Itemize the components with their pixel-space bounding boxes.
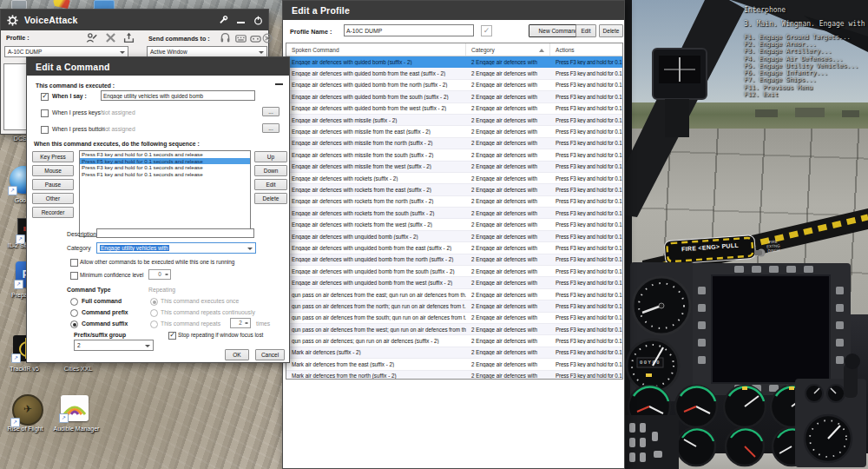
desktop-icon-label: Cities XXL	[54, 366, 102, 373]
desktop-icon-audible-manager[interactable]: ↗	[61, 395, 89, 421]
stop-repeating-checkbox[interactable]: ✓	[168, 332, 176, 340]
voiceattack-logo-icon	[7, 15, 18, 26]
assign-keys-button[interactable]: ...	[262, 107, 279, 116]
command-suffix-radio[interactable]	[70, 320, 78, 328]
when-i-say-input[interactable]	[101, 90, 255, 101]
column-header-actions[interactable]: Actions	[550, 43, 622, 56]
command-prefix-radio[interactable]	[70, 309, 78, 317]
keyboard-icon[interactable]	[235, 33, 247, 43]
table-row[interactable]: Engage air defences with unguided bomb (…	[286, 231, 622, 242]
table-row[interactable]: gun pass on air defences; gun run on air…	[286, 335, 622, 347]
other-button[interactable]: Other	[32, 193, 74, 204]
table-row[interactable]: Engage air defences with guided bomb fro…	[286, 103, 622, 115]
table-row[interactable]: Engage air defences with guided bomb fro…	[286, 91, 622, 102]
stop-listening-icon[interactable]	[262, 33, 273, 43]
table-row[interactable]: gun pass on air defences from the west; …	[286, 324, 622, 335]
edit-profile-icon[interactable]	[86, 32, 97, 43]
table-row[interactable]: Engage air defences with missile from th…	[286, 126, 622, 137]
repeats-continuously-radio[interactable]	[150, 309, 158, 317]
headset-icon[interactable]	[220, 32, 231, 43]
mouse-button[interactable]: Mouse	[32, 165, 74, 176]
table-row[interactable]: Engage air defences with missile from th…	[286, 162, 622, 173]
full-command-radio[interactable]	[70, 298, 78, 306]
cell-spoken-command: Mark air defences (suffix - 2)	[286, 349, 466, 355]
when-press-keys-checkbox[interactable]	[41, 109, 49, 117]
cell-actions: Press F3 key and hold for 0.1 ...	[550, 234, 622, 240]
table-row[interactable]: Mark air defences from the north (suffix…	[286, 371, 622, 380]
cell-spoken-command: Engage air defences with guided bomb fro…	[286, 94, 466, 100]
table-row[interactable]: Engage air defences with missile (suffix…	[286, 115, 622, 126]
desktop-icon-rise-of-flight[interactable]: ✈ ↗	[12, 394, 43, 426]
when-press-button-checkbox[interactable]	[41, 126, 49, 134]
table-row[interactable]: gun pass on air defences from the south;…	[286, 313, 622, 324]
confidence-spinner[interactable]: 0	[148, 269, 171, 280]
sequence-item[interactable]: Press F3 key and hold for 0.1 seconds an…	[80, 151, 250, 158]
sequence-item[interactable]: Press F5 key and hold for 0.1 seconds an…	[80, 158, 250, 165]
delete-profile-icon[interactable]	[106, 33, 115, 43]
power-icon[interactable]	[253, 16, 263, 25]
minimize-icon[interactable]	[237, 16, 245, 24]
altimeter-drum-value: 00Y00	[640, 360, 661, 365]
export-profile-icon[interactable]	[123, 32, 135, 43]
table-row[interactable]: Engage air defences with rockets from th…	[286, 196, 622, 208]
category-combo[interactable]: Engage utility vehicles with	[96, 242, 256, 254]
table-row[interactable]: Engage air defences with rockets from th…	[286, 219, 622, 230]
table-row[interactable]: Engage air defences with guided bomb (su…	[286, 56, 622, 68]
column-header-spoken-command[interactable]: Spoken Command	[286, 43, 466, 56]
cell-spoken-command: Mark air defences from the north (suffix…	[286, 373, 466, 379]
repeats-n-radio[interactable]	[150, 320, 158, 328]
desktop-icon-label: TrackIR v5	[0, 366, 49, 373]
table-row[interactable]: Engage air defences with unguided bomb f…	[286, 242, 622, 254]
profile-name-input[interactable]	[344, 24, 474, 36]
table-row[interactable]: Engage air defences with guided bomb fro…	[286, 68, 622, 79]
table-row[interactable]: Engage air defences with unguided bomb f…	[286, 266, 622, 277]
key-press-button[interactable]: Key Press	[32, 151, 74, 162]
cell-spoken-command: Engage air defences with rockets from th…	[286, 221, 466, 228]
table-row[interactable]: gun pass on air defences from the north;…	[286, 301, 622, 312]
delete-button[interactable]: Delete	[254, 193, 287, 204]
desktop-partial-icon-2[interactable]	[53, 0, 70, 9]
prefix-suffix-group-combo[interactable]: 2	[74, 340, 154, 351]
command-suffix-label: Command suffix	[82, 320, 128, 327]
ok-button[interactable]: OK	[225, 349, 249, 360]
full-command-label: Full command	[82, 298, 122, 304]
edit-button[interactable]: Edit	[254, 179, 287, 190]
column-header-category[interactable]: Category	[466, 43, 550, 56]
table-row[interactable]: Mark air defences (suffix - 2)2 Engage a…	[286, 347, 622, 359]
cell-actions: Press F3 key and hold for 0.1 ...	[550, 163, 622, 169]
table-row[interactable]: Engage air defences with rockets from th…	[286, 208, 622, 219]
pause-button[interactable]: Pause	[32, 179, 74, 190]
down-button[interactable]: Down	[254, 165, 287, 176]
assign-button-button[interactable]: ...	[262, 123, 279, 133]
delete-command-button[interactable]: Delete	[599, 24, 623, 37]
table-row[interactable]: Engage air defences with rockets from th…	[286, 184, 622, 195]
executes-once-radio[interactable]	[150, 298, 158, 306]
repeats-n-spinner[interactable]: 2	[230, 318, 251, 328]
sequence-list[interactable]: Press F3 key and hold for 0.1 seconds an…	[79, 150, 251, 237]
table-row[interactable]: Engage air defences with missile from th…	[286, 138, 622, 149]
edit-command-button[interactable]: Edit	[575, 24, 596, 37]
up-button[interactable]: Up	[254, 151, 287, 162]
table-row[interactable]: Mark air defences from the east (suffix …	[286, 359, 622, 370]
description-input[interactable]	[96, 228, 254, 238]
table-row[interactable]: Engage air defences with guided bomb fro…	[286, 80, 622, 91]
sequence-item[interactable]: Press F3 key and hold for 0.1 seconds an…	[80, 164, 250, 171]
collapse-icon[interactable]	[275, 83, 283, 85]
gamepad-icon[interactable]	[250, 33, 261, 43]
allow-other-commands-checkbox[interactable]	[70, 259, 78, 267]
recorder-button[interactable]: Recorder	[32, 207, 74, 218]
min-confidence-checkbox[interactable]	[70, 272, 78, 280]
wrench-icon[interactable]	[218, 15, 228, 25]
when-i-say-checkbox[interactable]: ✓	[41, 93, 49, 101]
sequence-item[interactable]: Press F1 key and hold for 0.1 seconds an…	[80, 171, 250, 178]
table-row[interactable]: Engage air defences with rockets (suffix…	[286, 173, 622, 184]
table-row[interactable]: Engage air defences with missile from th…	[286, 149, 622, 161]
table-row[interactable]: gun pass on air defences from the east; …	[286, 289, 622, 301]
table-row[interactable]: Engage air defences with unguided bomb f…	[286, 254, 622, 266]
cell-category: 2 Engage air defences with	[466, 152, 550, 158]
command-table: Spoken Command Category Actions Engage a…	[286, 43, 623, 380]
cancel-button[interactable]: Cancel	[255, 349, 285, 360]
table-row[interactable]: Engage air defences with unguided bomb f…	[286, 277, 622, 288]
confirm-name-icon[interactable]: ✓	[481, 25, 492, 36]
cell-category: 2 Engage air defences with	[466, 117, 550, 123]
